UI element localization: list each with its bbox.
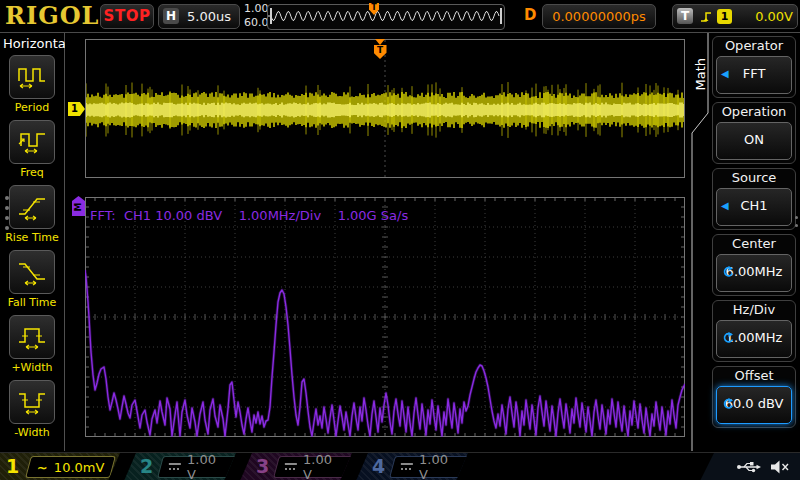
channel4-number: 4 — [372, 455, 385, 477]
measure-menu-title: Horizontal — [3, 36, 69, 51]
menu-page-dot — [5, 216, 9, 220]
memory-left-bracket — [270, 8, 272, 24]
menu-item-value-box: ◀ FFT — [716, 56, 792, 94]
measure-item-fall-time[interactable]: Fall Time — [0, 250, 64, 309]
usb-icon[interactable] — [736, 460, 762, 474]
measure-item-period[interactable]: Period — [0, 55, 64, 114]
measure-item-plus-width[interactable]: +Width — [0, 315, 64, 374]
channel3-number: 3 — [256, 455, 269, 477]
system-status-panel — [700, 453, 800, 480]
measure-item-label: Freq — [0, 166, 64, 179]
knob-rotate-icon — [721, 321, 734, 355]
minus-width-icon[interactable] — [9, 380, 55, 424]
trigger-arrow-icon — [375, 39, 385, 45]
menu-item-hzdiv[interactable]: Hz/Div 1.00MHz — [712, 300, 796, 362]
expand-triangle-icon: ◀ — [721, 57, 729, 91]
measure-item-rise-time[interactable]: Rise Time — [0, 185, 64, 244]
delay-label: D — [524, 6, 536, 24]
dc-coupling-icon — [169, 463, 181, 472]
left-measure-menu: Horizontal Period Freq — [0, 33, 65, 451]
freq-icon[interactable] — [9, 120, 55, 164]
menu-page-dot — [795, 224, 798, 227]
preview-sine-wave — [268, 5, 502, 27]
trigger-level-value: 0.00V — [735, 5, 793, 28]
ch1-position-marker[interactable]: 1 — [68, 102, 85, 116]
menu-item-source[interactable]: Source ◀ CH1 — [712, 168, 796, 230]
menu-item-value: ON — [744, 132, 764, 147]
channel2-scale-box: 1.00 V — [157, 456, 239, 478]
dc-coupling-icon — [285, 463, 297, 472]
fft-spectrum-plot — [85, 197, 685, 437]
menu-item-operator[interactable]: Operator ◀ FFT — [712, 36, 796, 98]
horizontal-label: H — [163, 8, 179, 24]
channel3-status[interactable]: 3 1.00 V — [240, 453, 352, 480]
ac-coupling-icon: ~ — [37, 460, 48, 475]
dc-coupling-icon — [401, 463, 413, 472]
menu-page-dot — [5, 206, 9, 210]
menu-item-label: Source — [713, 169, 795, 187]
horizontal-timebase-box[interactable]: H 5.00us — [158, 4, 240, 29]
expand-triangle-icon: ◀ — [721, 189, 729, 223]
waveform-memory-preview: T — [267, 4, 505, 30]
menu-item-value-box: 6.00MHz — [716, 254, 792, 292]
channel2-status[interactable]: 2 1.00 V — [124, 453, 236, 480]
trigger-t-flag-icon: T — [374, 45, 387, 59]
ch1-time-plot — [85, 39, 685, 178]
fall-time-icon[interactable] — [9, 250, 55, 294]
trigger-position-marker[interactable]: T — [373, 39, 387, 59]
measure-item-freq[interactable]: Freq — [0, 120, 64, 179]
measure-item-label: Period — [0, 101, 64, 114]
memory-right-bracket — [500, 8, 502, 24]
plus-width-icon[interactable] — [9, 315, 55, 359]
trigger-status-box[interactable]: T 1 0.00V — [672, 4, 798, 29]
math-menu-panel: Math Operator ◀ FFT Operation ON Source … — [690, 33, 800, 451]
channel4-scale-box: 1.00 V — [389, 456, 471, 478]
channel4-status[interactable]: 4 1.00 V — [356, 453, 468, 480]
menu-item-operation[interactable]: Operation ON — [712, 102, 796, 164]
menu-page-dot — [5, 196, 9, 200]
menu-item-value: CH1 — [740, 198, 767, 213]
menu-item-value: 6.00MHz — [726, 264, 783, 279]
measure-item-label: -Width — [0, 426, 64, 439]
channel1-scale: 10.0mV — [54, 460, 105, 475]
trigger-source-badge: 1 — [717, 9, 732, 24]
horizontal-delay-value[interactable]: 0.00000000ps — [542, 4, 656, 29]
menu-item-value-box: ◀ CH1 — [716, 188, 792, 226]
menu-item-offset[interactable]: Offset 60.0 dBV — [712, 366, 796, 428]
speaker-muted-icon[interactable] — [770, 460, 790, 474]
measure-item-minus-width[interactable]: -Width — [0, 380, 64, 439]
channel2-number: 2 — [140, 455, 153, 477]
menu-item-center[interactable]: Center 6.00MHz — [712, 234, 796, 296]
channel1-status[interactable]: 1 ~ 10.0mV — [0, 453, 120, 480]
menu-item-label: Offset — [713, 367, 795, 385]
menu-item-value: 1.00MHz — [726, 330, 783, 345]
oscilloscope-screen: RIGOL STOP H 5.00us 1.00GSa/s 60.0k pts … — [0, 0, 800, 480]
channel-status-bar: 1 ~ 10.0mV 2 1.00 V 3 1.00 V 4 1.00 — [0, 452, 800, 480]
fft-settings-annotation: FFT: CH1 10.00 dBV 1.00MHz/Div 1.00G Sa/… — [90, 208, 408, 223]
channel1-number: 1 — [6, 455, 19, 477]
math-tab-label: Math — [693, 58, 708, 91]
channel2-scale: 1.00 V — [187, 452, 227, 480]
knob-rotate-icon — [721, 255, 734, 289]
measure-item-label: Rise Time — [0, 231, 64, 244]
rise-time-icon[interactable] — [9, 185, 55, 229]
period-icon[interactable] — [9, 55, 55, 99]
menu-tab-outline — [690, 33, 712, 451]
channel1-scale-box: ~ 10.0mV — [25, 456, 116, 478]
menu-item-label: Center — [713, 235, 795, 253]
channel3-scale-box: 1.00 V — [273, 456, 355, 478]
math-position-marker[interactable]: M — [72, 196, 85, 216]
menu-page-dot — [5, 226, 9, 230]
trigger-label: T — [677, 8, 693, 24]
waveform-display-area: FFT: CH1 10.00 dBV 1.00MHz/Div 1.00G Sa/… — [65, 33, 690, 451]
menu-item-value-box: 1.00MHz — [716, 320, 792, 358]
measure-item-label: +Width — [0, 361, 64, 374]
timebase-value: 5.00us — [183, 5, 235, 28]
rigol-logo: RIGOL — [5, 1, 99, 30]
menu-item-value-box: 60.0 dBV — [716, 386, 792, 424]
run-stop-status[interactable]: STOP — [100, 4, 154, 29]
menu-page-dot — [795, 216, 798, 219]
menu-item-label: Operator — [713, 37, 795, 55]
rising-edge-icon — [699, 10, 713, 24]
menu-item-value: FFT — [743, 66, 766, 81]
